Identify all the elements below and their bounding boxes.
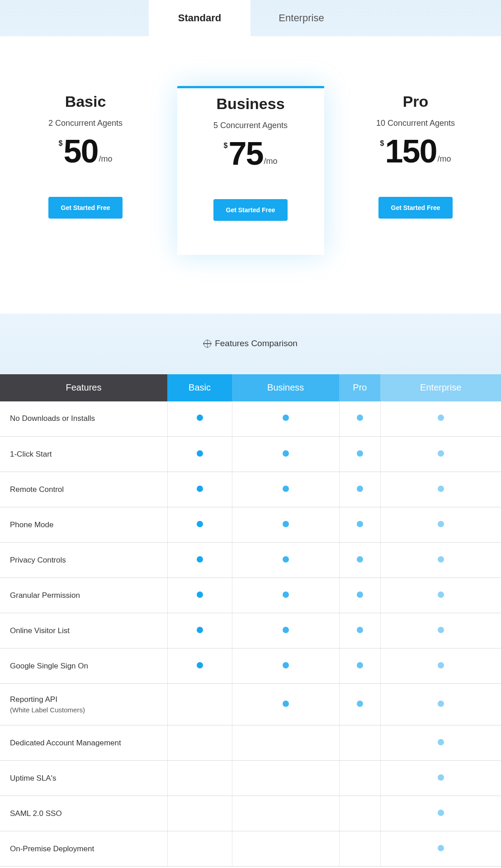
- included-dot-icon: [438, 739, 444, 745]
- feature-cell: [167, 796, 232, 831]
- feature-cell: [232, 649, 339, 684]
- table-row: Phone Mode: [0, 507, 501, 543]
- table-row: Granular Permission: [0, 578, 501, 613]
- plan-name: Business: [216, 95, 284, 113]
- feature-cell: [232, 543, 339, 578]
- feature-cell: [380, 543, 501, 578]
- feature-cell: [167, 761, 232, 796]
- feature-label: Reporting API(White Label Customers): [0, 684, 167, 725]
- plan-basic: Basic 2 Concurrent Agents $ 50 /mo Get S…: [12, 86, 159, 255]
- included-dot-icon: [438, 845, 444, 851]
- feature-cell: [167, 507, 232, 543]
- target-icon: [203, 340, 211, 348]
- feature-cell: [380, 796, 501, 831]
- pricing-plans: Basic 2 Concurrent Agents $ 50 /mo Get S…: [0, 36, 501, 314]
- feature-cell: [339, 684, 380, 725]
- table-row: No Downloads or Installs: [0, 401, 501, 437]
- included-dot-icon: [357, 415, 363, 421]
- currency-symbol: $: [380, 139, 384, 148]
- included-dot-icon: [283, 486, 289, 492]
- included-dot-icon: [357, 556, 363, 563]
- feature-cell: [380, 472, 501, 507]
- get-started-button[interactable]: Get Started Free: [213, 199, 288, 221]
- feature-cell: [232, 578, 339, 613]
- feature-cell: [167, 472, 232, 507]
- col-enterprise: Enterprise: [380, 374, 501, 401]
- feature-label: Uptime SLA's: [0, 761, 167, 796]
- plan-name: Basic: [65, 93, 106, 110]
- included-dot-icon: [283, 662, 289, 668]
- feature-label: Granular Permission: [0, 578, 167, 613]
- included-dot-icon: [197, 627, 203, 633]
- plan-business: Business 5 Concurrent Agents $ 75 /mo Ge…: [177, 86, 324, 255]
- feature-cell: [339, 725, 380, 761]
- feature-cell: [380, 401, 501, 437]
- included-dot-icon: [357, 662, 363, 668]
- included-dot-icon: [438, 627, 444, 633]
- plan-price: $ 150 /mo: [380, 135, 451, 167]
- table-row: Dedicated Account Management: [0, 725, 501, 761]
- feature-cell: [232, 796, 339, 831]
- table-row: Google Single Sign On: [0, 649, 501, 684]
- table-row: Uptime SLA's: [0, 761, 501, 796]
- included-dot-icon: [357, 450, 363, 457]
- col-pro: Pro: [339, 374, 380, 401]
- feature-cell: [380, 831, 501, 867]
- table-row: Remote Control: [0, 472, 501, 507]
- feature-cell: [339, 401, 380, 437]
- plan-subtitle: 10 Concurrent Agents: [376, 119, 455, 128]
- get-started-button[interactable]: Get Started Free: [378, 197, 453, 219]
- feature-cell: [380, 761, 501, 796]
- price-period: /mo: [438, 154, 451, 164]
- table-row: Reporting API(White Label Customers): [0, 684, 501, 725]
- tab-standard[interactable]: Standard: [149, 0, 250, 36]
- feature-cell: [339, 472, 380, 507]
- feature-cell: [232, 684, 339, 725]
- feature-cell: [380, 649, 501, 684]
- included-dot-icon: [438, 415, 444, 421]
- included-dot-icon: [283, 627, 289, 633]
- included-dot-icon: [283, 701, 289, 707]
- feature-cell: [380, 578, 501, 613]
- included-dot-icon: [357, 486, 363, 492]
- get-started-button[interactable]: Get Started Free: [48, 197, 123, 219]
- included-dot-icon: [438, 521, 444, 527]
- feature-label: Remote Control: [0, 472, 167, 507]
- plan-subtitle: 2 Concurrent Agents: [48, 119, 123, 128]
- feature-label: Phone Mode: [0, 507, 167, 543]
- feature-cell: [167, 437, 232, 472]
- price-value: 50: [63, 135, 98, 167]
- table-row: Online Visitor List: [0, 613, 501, 649]
- included-dot-icon: [283, 591, 289, 598]
- table-row: On-Premise Deployment: [0, 831, 501, 867]
- included-dot-icon: [438, 662, 444, 668]
- price-value: 75: [228, 137, 263, 170]
- feature-cell: [339, 507, 380, 543]
- feature-label: 1-Click Start: [0, 437, 167, 472]
- included-dot-icon: [357, 701, 363, 707]
- feature-cell: [380, 437, 501, 472]
- feature-cell: [232, 831, 339, 867]
- feature-cell: [380, 725, 501, 761]
- col-basic: Basic: [167, 374, 232, 401]
- included-dot-icon: [438, 450, 444, 457]
- feature-cell: [339, 796, 380, 831]
- included-dot-icon: [438, 591, 444, 598]
- feature-label: SAML 2.0 SSO: [0, 796, 167, 831]
- tab-enterprise[interactable]: Enterprise: [250, 0, 352, 36]
- feature-cell: [232, 761, 339, 796]
- feature-cell: [339, 761, 380, 796]
- included-dot-icon: [283, 415, 289, 421]
- feature-cell: [167, 684, 232, 725]
- feature-cell: [339, 578, 380, 613]
- included-dot-icon: [197, 521, 203, 527]
- feature-cell: [232, 725, 339, 761]
- feature-cell: [380, 507, 501, 543]
- included-dot-icon: [283, 556, 289, 563]
- feature-cell: [232, 507, 339, 543]
- feature-cell: [232, 472, 339, 507]
- feature-cell: [380, 684, 501, 725]
- included-dot-icon: [438, 556, 444, 563]
- features-table: Features Basic Business Pro Enterprise N…: [0, 374, 501, 867]
- plan-pro: Pro 10 Concurrent Agents $ 150 /mo Get S…: [342, 86, 489, 255]
